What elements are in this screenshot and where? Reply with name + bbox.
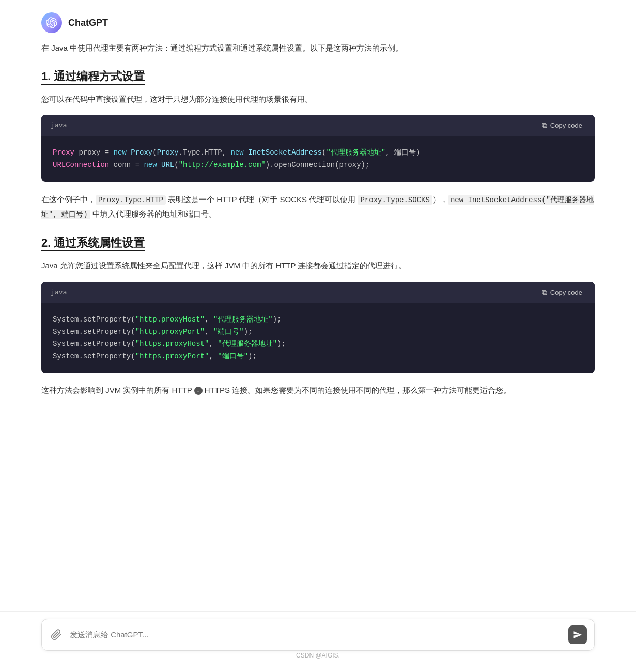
- code-lang-1: java: [51, 120, 67, 131]
- footer-paragraph: 这种方法会影响到 JVM 实例中的所有 HTTP ↓ HTTPS 连接。如果您需…: [41, 384, 595, 397]
- chatgpt-header: ChatGPT: [41, 12, 595, 33]
- copy-button-1[interactable]: ⧉ Copy code: [539, 120, 585, 131]
- code-header-1: java ⧉ Copy code: [41, 115, 595, 136]
- inline-code-1: Proxy.Type.HTTP: [96, 195, 166, 205]
- attach-button[interactable]: [49, 628, 64, 642]
- input-area: CSDN @AIGIS.: [0, 611, 636, 672]
- copy-button-2[interactable]: ⧉ Copy code: [539, 287, 585, 298]
- code-lang-2: java: [51, 287, 67, 298]
- chatgpt-name-label: ChatGPT: [68, 16, 108, 30]
- section1-description: 您可以在代码中直接设置代理，这对于只想为部分连接使用代理的场景很有用。: [41, 93, 595, 106]
- section1-title: 1. 通过编程方式设置: [41, 67, 595, 85]
- inline-code-2: Proxy.Type.SOCKS: [358, 195, 432, 205]
- arrow-down-icon: ↓: [194, 387, 203, 395]
- input-box: [41, 619, 595, 651]
- section2-title: 2. 通过系统属性设置: [41, 234, 595, 252]
- intro-paragraph: 在 Java 中使用代理主要有两种方法：通过编程方式设置和通过系统属性设置。以下…: [41, 41, 595, 55]
- code-body-2: System.setProperty("http.proxyHost", "代理…: [41, 303, 595, 373]
- code-block-1: java ⧉ Copy code Proxy proxy = new Proxy…: [41, 115, 595, 182]
- copy-icon-2: ⧉: [542, 288, 547, 297]
- code-block-2: java ⧉ Copy code System.setProperty("htt…: [41, 282, 595, 373]
- code-header-2: java ⧉ Copy code: [41, 282, 595, 303]
- send-button[interactable]: [568, 625, 587, 644]
- chatgpt-logo-icon: [41, 12, 62, 33]
- code-body-1: Proxy proxy = new Proxy(Proxy.Type.HTTP,…: [41, 136, 595, 182]
- section2-description: Java 允许您通过设置系统属性来全局配置代理，这样 JVM 中的所有 HTTP…: [41, 259, 595, 272]
- explanation1-text: 在这个例子中，Proxy.Type.HTTP 表明这是一个 HTTP 代理（对于…: [41, 192, 595, 221]
- main-content: ChatGPT 在 Java 中使用代理主要有两种方法：通过编程方式设置和通过系…: [0, 0, 636, 611]
- copy-icon-1: ⧉: [542, 121, 547, 130]
- message-input[interactable]: [70, 630, 562, 639]
- watermark-text: CSDN @AIGIS.: [41, 651, 595, 664]
